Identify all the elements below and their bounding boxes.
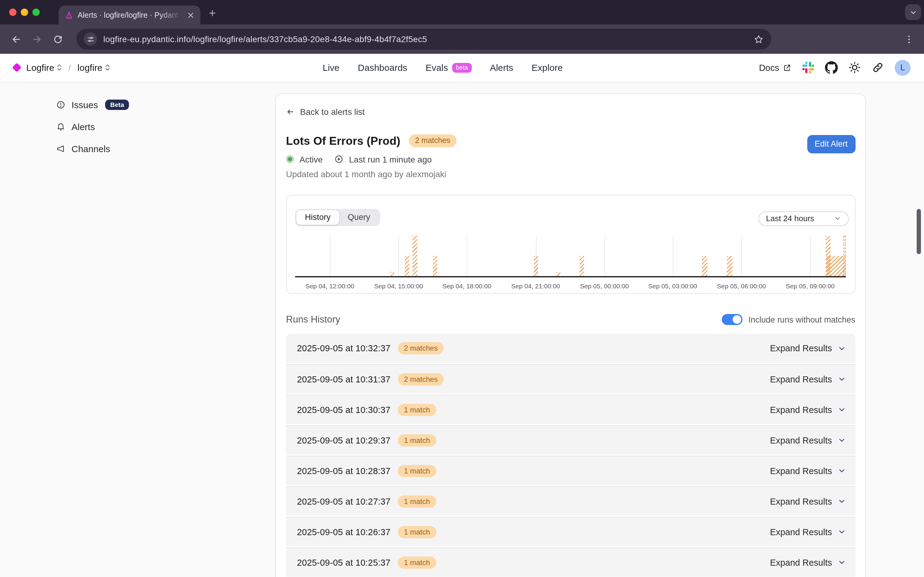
org-selector[interactable]: Logfire xyxy=(26,63,62,73)
nav-label: Live xyxy=(323,63,339,73)
history-panel: HistoryQuery Last 24 hours Sep 04, 12:00… xyxy=(286,195,855,294)
runs-heading: Runs History xyxy=(286,314,340,325)
alert-detail-card: Back to alerts list Lots Of Errors (Prod… xyxy=(275,93,866,577)
reload-icon[interactable] xyxy=(49,31,66,48)
run-row[interactable]: 2025-09-05 at 10:26:371 matchExpand Resu… xyxy=(286,517,855,546)
run-timestamp: 2025-09-05 at 10:30:37 xyxy=(297,405,390,414)
share-link-icon[interactable] xyxy=(871,61,884,74)
forward-icon[interactable] xyxy=(28,31,45,48)
sidebar: IssuesBetaAlertsChannels xyxy=(56,97,129,156)
docs-link[interactable]: Docs xyxy=(759,63,792,73)
chart-bar xyxy=(843,235,845,276)
expand-results-button[interactable]: Expand Results xyxy=(770,527,845,537)
chart-gridline xyxy=(672,235,673,276)
nav-label: Alerts xyxy=(490,63,513,73)
address-bar[interactable]: logfire-eu.pydantic.info/logfire/logfire… xyxy=(76,29,771,50)
chevron-down-icon xyxy=(837,344,845,352)
window-zoom-button[interactable] xyxy=(32,8,40,16)
chevron-down-icon xyxy=(837,528,845,536)
sidebar-item-issues[interactable]: IssuesBeta xyxy=(56,97,129,112)
tab-search-button[interactable] xyxy=(905,4,921,20)
browser-toolbar: logfire-eu.pydantic.info/logfire/logfire… xyxy=(0,24,924,54)
nav-explore[interactable]: Explore xyxy=(532,63,563,73)
toggle-label: Include runs without matches xyxy=(748,315,855,324)
nav-label: Explore xyxy=(532,63,563,73)
status-label: Active xyxy=(300,154,323,164)
expand-results-button[interactable]: Expand Results xyxy=(770,466,845,475)
user-avatar[interactable]: L xyxy=(895,60,911,76)
nav-label: Evals xyxy=(426,63,448,73)
chart-bar xyxy=(413,235,418,276)
chart-gridline xyxy=(742,235,742,276)
sidebar-item-label: Channels xyxy=(71,143,110,154)
github-icon[interactable] xyxy=(825,61,838,74)
screen: Alerts · logfire/logfire · Pydant logfir… xyxy=(0,0,924,577)
expand-results-label: Expand Results xyxy=(770,405,832,414)
tab-history[interactable]: History xyxy=(297,210,339,224)
chart-gridline xyxy=(330,235,330,276)
chart-plot xyxy=(295,235,845,277)
run-row[interactable]: 2025-09-05 at 10:31:372 matchesExpand Re… xyxy=(286,364,855,393)
chart-tick-label: Sep 04, 12:00:00 xyxy=(305,282,354,289)
run-timestamp: 2025-09-05 at 10:27:37 xyxy=(297,496,390,506)
run-timestamp: 2025-09-05 at 10:28:37 xyxy=(297,466,390,475)
expand-results-button[interactable]: Expand Results xyxy=(770,558,845,567)
run-row[interactable]: 2025-09-05 at 10:28:371 matchExpand Resu… xyxy=(286,456,855,485)
tab-close-icon[interactable] xyxy=(186,11,195,19)
run-matches-badge: 1 match xyxy=(398,464,436,477)
new-tab-button[interactable] xyxy=(208,8,217,18)
breadcrumb: Logfire / logfire xyxy=(13,63,110,73)
expand-results-label: Expand Results xyxy=(770,435,832,445)
include-runs-toggle[interactable] xyxy=(721,314,742,325)
beta-badge: beta xyxy=(452,63,471,73)
site-settings-icon[interactable] xyxy=(84,32,97,46)
expand-results-button[interactable]: Expand Results xyxy=(770,435,845,445)
bookmark-star-icon[interactable] xyxy=(753,34,764,44)
browser-menu-icon[interactable] xyxy=(901,31,917,47)
path-separator: / xyxy=(68,63,71,73)
runs-list: 2025-09-05 at 10:32:372 matchesExpand Re… xyxy=(286,334,855,577)
expand-results-label: Expand Results xyxy=(770,496,832,506)
back-to-alerts-link[interactable]: Back to alerts list xyxy=(286,106,365,116)
slack-icon[interactable] xyxy=(802,61,814,74)
org-name: Logfire xyxy=(26,63,55,73)
nav-evals[interactable]: Evalsbeta xyxy=(426,63,471,73)
run-matches-badge: 2 matches xyxy=(398,342,444,354)
beta-badge: Beta xyxy=(105,100,129,110)
run-row[interactable]: 2025-09-05 at 10:29:371 matchExpand Resu… xyxy=(286,425,855,455)
chart-gridline xyxy=(810,235,811,276)
run-matches-badge: 1 match xyxy=(398,434,436,446)
theme-toggle-sun-icon[interactable] xyxy=(848,61,861,74)
expand-results-button[interactable]: Expand Results xyxy=(770,405,845,414)
run-row[interactable]: 2025-09-05 at 10:25:371 matchExpand Resu… xyxy=(286,547,855,577)
runs-header: Runs History Include runs without matche… xyxy=(286,314,855,325)
time-range-select[interactable]: Last 24 hours xyxy=(758,211,848,226)
expand-results-button[interactable]: Expand Results xyxy=(770,343,845,353)
run-row[interactable]: 2025-09-05 at 10:32:372 matchesExpand Re… xyxy=(286,334,855,363)
nav-alerts[interactable]: Alerts xyxy=(490,63,513,73)
project-selector[interactable]: logfire xyxy=(77,63,110,73)
nav-live[interactable]: Live xyxy=(323,63,339,73)
last-run-label: Last run 1 minute ago xyxy=(349,154,432,164)
external-link-icon xyxy=(783,63,792,72)
window-minimize-button[interactable] xyxy=(21,8,28,16)
run-row[interactable]: 2025-09-05 at 10:27:371 matchExpand Resu… xyxy=(286,486,855,516)
expand-results-button[interactable]: Expand Results xyxy=(770,496,845,506)
back-label: Back to alerts list xyxy=(300,106,365,116)
chart-bar xyxy=(433,256,437,276)
edit-alert-button[interactable]: Edit Alert xyxy=(807,135,855,153)
page-body: IssuesBetaAlertsChannels Back to alerts … xyxy=(0,82,924,577)
expand-results-button[interactable]: Expand Results xyxy=(770,374,845,384)
nav-dashboards[interactable]: Dashboards xyxy=(358,63,407,73)
app-header: Logfire / logfire LiveDashboardsEvalsbet… xyxy=(0,54,924,82)
bell-icon xyxy=(56,122,65,131)
sidebar-item-channels[interactable]: Channels xyxy=(56,142,129,156)
scrollbar-thumb[interactable] xyxy=(917,209,921,254)
tab-query[interactable]: Query xyxy=(339,210,379,224)
back-icon[interactable] xyxy=(7,31,24,48)
window-close-button[interactable] xyxy=(9,8,16,16)
nav-label: Dashboards xyxy=(358,63,407,73)
browser-tab[interactable]: Alerts · logfire/logfire · Pydant xyxy=(59,5,200,24)
run-row[interactable]: 2025-09-05 at 10:30:371 matchExpand Resu… xyxy=(286,395,855,424)
sidebar-item-alerts[interactable]: Alerts xyxy=(56,119,129,134)
